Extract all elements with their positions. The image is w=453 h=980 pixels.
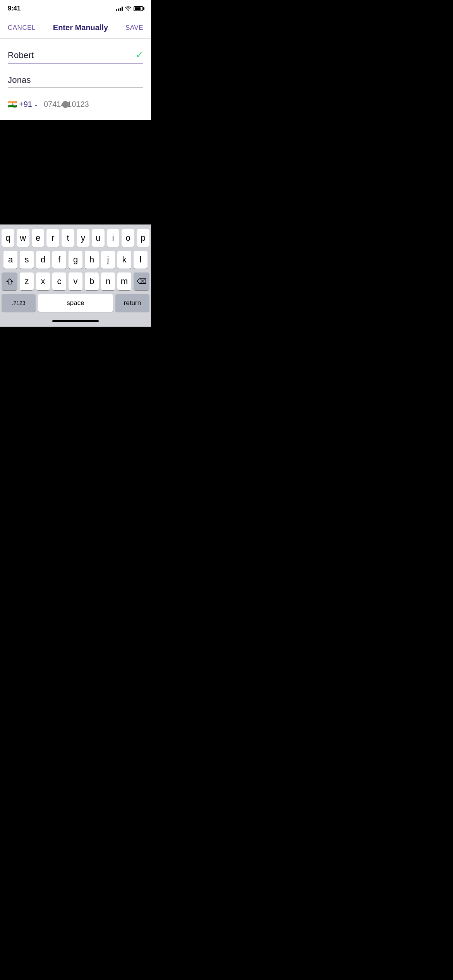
first-name-input[interactable]: [8, 50, 143, 63]
form-area: ✓ 🇮🇳 +91 ⌄: [0, 39, 151, 120]
country-selector[interactable]: 🇮🇳 +91 ⌄: [8, 99, 41, 109]
keyboard-row-4: .?123 space return: [2, 294, 149, 312]
key-w[interactable]: w: [17, 229, 29, 247]
key-i[interactable]: i: [107, 229, 120, 247]
key-o[interactable]: o: [122, 229, 134, 247]
first-name-field: ✓: [8, 50, 143, 63]
signal-icon: [116, 6, 123, 11]
key-x[interactable]: x: [36, 272, 50, 290]
status-icons: [116, 6, 143, 11]
key-g[interactable]: g: [69, 251, 82, 269]
backspace-key[interactable]: ⌫: [134, 272, 149, 290]
status-time: 9:41: [8, 5, 21, 12]
key-p[interactable]: p: [137, 229, 149, 247]
key-f[interactable]: f: [52, 251, 66, 269]
nav-bar: CANCEL Enter Manually SAVE: [0, 17, 151, 39]
wifi-icon: [125, 6, 131, 11]
key-l[interactable]: l: [134, 251, 148, 269]
keyboard-row-3: z x c v b n m ⌫: [2, 272, 149, 290]
cancel-button[interactable]: CANCEL: [8, 24, 36, 32]
key-v[interactable]: v: [69, 272, 82, 290]
country-code: +91: [19, 100, 32, 109]
shift-key[interactable]: [2, 272, 17, 290]
key-c[interactable]: c: [52, 272, 66, 290]
key-y[interactable]: y: [77, 229, 89, 247]
key-s[interactable]: s: [20, 251, 34, 269]
numbers-key[interactable]: .?123: [2, 294, 36, 312]
key-k[interactable]: k: [117, 251, 131, 269]
last-name-field: [8, 75, 143, 88]
shift-icon: [6, 278, 13, 285]
text-cursor-dot: [62, 101, 69, 108]
key-h[interactable]: h: [85, 251, 99, 269]
keyboard: q w e r t y u i o p a s d f g h j k l z …: [0, 224, 151, 327]
key-j[interactable]: j: [101, 251, 115, 269]
key-m[interactable]: m: [117, 272, 131, 290]
phone-field: 🇮🇳 +91 ⌄: [8, 99, 143, 112]
backspace-icon: ⌫: [137, 277, 146, 286]
check-icon: ✓: [136, 50, 143, 60]
status-bar: 9:41: [0, 0, 151, 17]
phone-input[interactable]: [41, 100, 143, 109]
key-u[interactable]: u: [92, 229, 105, 247]
key-n[interactable]: n: [101, 272, 115, 290]
key-t[interactable]: t: [62, 229, 74, 247]
save-button[interactable]: SAVE: [125, 24, 143, 32]
last-name-input[interactable]: [8, 75, 143, 88]
key-q[interactable]: q: [2, 229, 14, 247]
key-z[interactable]: z: [20, 272, 34, 290]
home-indicator: [2, 316, 149, 324]
return-key[interactable]: return: [115, 294, 149, 312]
key-a[interactable]: a: [3, 251, 17, 269]
chevron-down-icon: ⌄: [34, 101, 38, 107]
keyboard-row-1: q w e r t y u i o p: [2, 229, 149, 247]
space-key[interactable]: space: [38, 294, 113, 312]
home-bar: [52, 320, 99, 322]
page-title: Enter Manually: [53, 23, 108, 32]
key-b[interactable]: b: [85, 272, 99, 290]
key-d[interactable]: d: [36, 251, 50, 269]
keyboard-row-2: a s d f g h j k l: [2, 251, 149, 269]
country-flag: 🇮🇳: [8, 99, 17, 109]
battery-icon: [134, 6, 143, 11]
key-e[interactable]: e: [32, 229, 45, 247]
key-r[interactable]: r: [46, 229, 59, 247]
